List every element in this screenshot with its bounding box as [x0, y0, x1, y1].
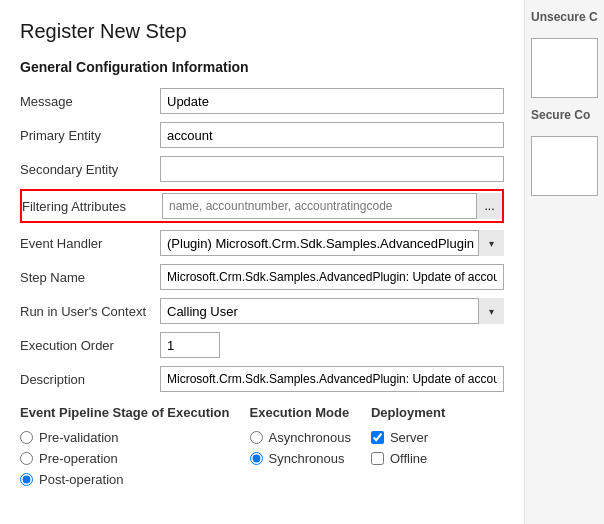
filtering-attributes-label: Filtering Attributes [22, 199, 162, 214]
secondary-entity-row: Secondary Entity [20, 155, 504, 183]
pipeline-stage-col: Event Pipeline Stage of Execution Pre-va… [20, 405, 230, 487]
pipeline-pre-operation: Pre-operation [20, 451, 230, 466]
mode-sync-label: Synchronous [269, 451, 345, 466]
event-handler-label: Event Handler [20, 236, 160, 251]
deploy-offline-checkbox[interactable] [371, 452, 384, 465]
mode-sync: Synchronous [250, 451, 351, 466]
unsecure-label: Unsecure C [531, 10, 598, 24]
filtering-input-wrapper: ... [162, 193, 502, 219]
step-name-input[interactable] [160, 264, 504, 290]
primary-entity-label: Primary Entity [20, 128, 160, 143]
pipeline-pre-operation-label: Pre-operation [39, 451, 118, 466]
filtering-attributes-input[interactable] [162, 193, 502, 219]
pipeline-pre-validation-radio[interactable] [20, 431, 33, 444]
run-context-select[interactable]: Calling User [160, 298, 504, 324]
deployment-title: Deployment [371, 405, 445, 420]
execution-mode-col: Execution Mode Asynchronous Synchronous [250, 405, 351, 487]
message-row: Message [20, 87, 504, 115]
step-name-label: Step Name [20, 270, 160, 285]
description-row: Description [20, 365, 504, 393]
event-handler-row: Event Handler (Plugin) Microsoft.Crm.Sdk… [20, 229, 504, 257]
pipeline-columns: Event Pipeline Stage of Execution Pre-va… [20, 405, 504, 487]
secondary-entity-label: Secondary Entity [20, 162, 160, 177]
page-title: Register New Step [20, 20, 504, 43]
message-label: Message [20, 94, 160, 109]
mode-async-label: Asynchronous [269, 430, 351, 445]
step-name-row: Step Name [20, 263, 504, 291]
pipeline-post-operation-label: Post-operation [39, 472, 124, 487]
secondary-entity-input[interactable] [160, 156, 504, 182]
primary-entity-row: Primary Entity [20, 121, 504, 149]
description-input[interactable] [160, 366, 504, 392]
mode-async-radio[interactable] [250, 431, 263, 444]
event-handler-select[interactable]: (Plugin) Microsoft.Crm.Sdk.Samples.Advan… [160, 230, 504, 256]
pipeline-pre-validation: Pre-validation [20, 430, 230, 445]
execution-order-label: Execution Order [20, 338, 160, 353]
deploy-server: Server [371, 430, 445, 445]
pipeline-pre-validation-label: Pre-validation [39, 430, 119, 445]
deploy-server-checkbox[interactable] [371, 431, 384, 444]
event-handler-wrapper: (Plugin) Microsoft.Crm.Sdk.Samples.Advan… [160, 230, 504, 256]
execution-order-row: Execution Order [20, 331, 504, 359]
primary-entity-input[interactable] [160, 122, 504, 148]
section-title: General Configuration Information [20, 59, 504, 75]
run-context-wrapper: Calling User ▾ [160, 298, 504, 324]
deploy-server-label: Server [390, 430, 428, 445]
mode-async: Asynchronous [250, 430, 351, 445]
execution-mode-title: Execution Mode [250, 405, 351, 420]
unsecure-input[interactable] [531, 38, 598, 98]
run-context-label: Run in User's Context [20, 304, 160, 319]
run-context-row: Run in User's Context Calling User ▾ [20, 297, 504, 325]
deployment-col: Deployment Server Offline [371, 405, 445, 487]
deploy-offline: Offline [371, 451, 445, 466]
pipeline-pre-operation-radio[interactable] [20, 452, 33, 465]
description-label: Description [20, 372, 160, 387]
secure-input[interactable] [531, 136, 598, 196]
pipeline-stage-title: Event Pipeline Stage of Execution [20, 405, 230, 420]
filtering-attributes-row: Filtering Attributes ... [20, 189, 504, 223]
execution-order-input[interactable] [160, 332, 220, 358]
deploy-offline-label: Offline [390, 451, 427, 466]
secure-label: Secure Co [531, 108, 598, 122]
message-input[interactable] [160, 88, 504, 114]
mode-sync-radio[interactable] [250, 452, 263, 465]
pipeline-post-operation-radio[interactable] [20, 473, 33, 486]
pipeline-section: Event Pipeline Stage of Execution Pre-va… [20, 405, 504, 487]
filtering-browse-button[interactable]: ... [476, 193, 502, 219]
right-panel: Unsecure C Secure Co [524, 0, 604, 524]
pipeline-post-operation: Post-operation [20, 472, 230, 487]
